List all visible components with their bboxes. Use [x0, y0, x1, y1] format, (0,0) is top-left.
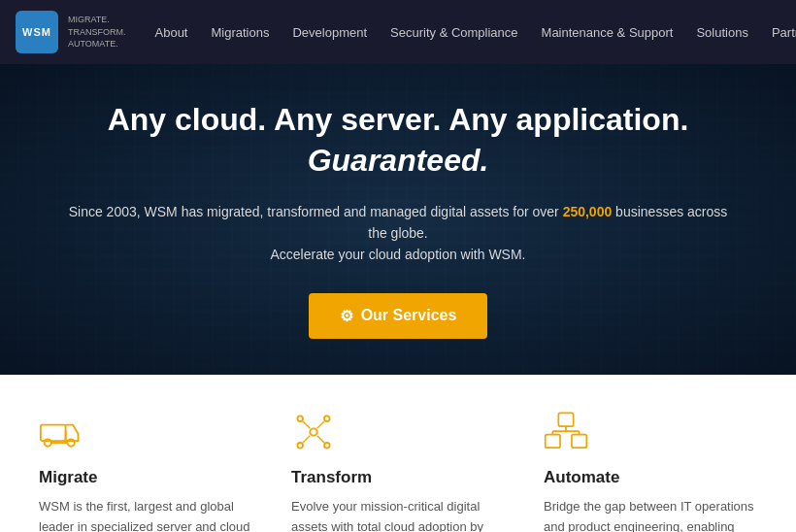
logo-area[interactable]: WSM MIGRATE.TRANSFORM.AUTOMATE. [16, 11, 126, 53]
migrate-desc: WSM is the first, largest and global lea… [39, 497, 252, 532]
nav-link-partners[interactable]: Partners [762, 17, 796, 48]
navbar: WSM MIGRATE.TRANSFORM.AUTOMATE. About Mi… [0, 0, 796, 64]
nav-link-migrations[interactable]: Migrations [201, 17, 279, 48]
services-section: Migrate WSM is the first, largest and gl… [0, 375, 796, 532]
hero-content: Any cloud. Any server. Any application. … [68, 100, 728, 338]
automate-title: Automate [544, 468, 757, 487]
logo-tagline: MIGRATE.TRANSFORM.AUTOMATE. [68, 14, 126, 50]
our-services-button[interactable]: ⚙ Our Services [309, 293, 488, 339]
svg-line-12 [317, 436, 324, 443]
svg-line-11 [303, 436, 310, 443]
hero-title: Any cloud. Any server. Any application. … [68, 100, 728, 181]
svg-rect-13 [558, 413, 573, 426]
nav-link-maintenance[interactable]: Maintenance & Support [532, 17, 683, 48]
svg-line-10 [317, 421, 324, 428]
svg-point-7 [297, 443, 303, 449]
svg-rect-0 [41, 425, 66, 442]
nav-link-solutions[interactable]: Solutions [686, 17, 757, 48]
svg-point-6 [324, 416, 330, 421]
gear-icon: ⚙ [340, 307, 353, 325]
transform-desc: Evolve your mission-critical digital ass… [291, 497, 505, 532]
service-card-automate: Automate Bridge the gap between IT opera… [544, 410, 757, 532]
transform-title: Transform [291, 468, 505, 487]
hero-section: Any cloud. Any server. Any application. … [0, 64, 796, 375]
svg-rect-14 [546, 435, 560, 449]
svg-point-5 [297, 416, 303, 421]
service-card-migrate: Migrate WSM is the first, largest and gl… [39, 410, 252, 532]
svg-point-8 [324, 443, 330, 449]
svg-point-4 [310, 428, 316, 435]
logo-box: WSM [16, 11, 58, 53]
nav-link-about[interactable]: About [146, 17, 198, 48]
transform-icon [291, 410, 336, 454]
migrate-icon [39, 410, 83, 454]
service-card-transform: Transform Evolve your mission-critical d… [291, 410, 505, 532]
nav-link-security[interactable]: Security & Compliance [381, 17, 528, 48]
hero-subtitle: Since 2003, WSM has migrated, transforme… [68, 201, 728, 266]
automate-icon [544, 410, 588, 454]
svg-line-9 [303, 421, 310, 428]
migrate-title: Migrate [39, 468, 252, 487]
svg-rect-15 [572, 435, 586, 449]
nav-link-development[interactable]: Development [282, 17, 377, 48]
nav-links: About Migrations Development Security & … [146, 17, 797, 48]
automate-desc: Bridge the gap between IT operations and… [544, 497, 757, 532]
